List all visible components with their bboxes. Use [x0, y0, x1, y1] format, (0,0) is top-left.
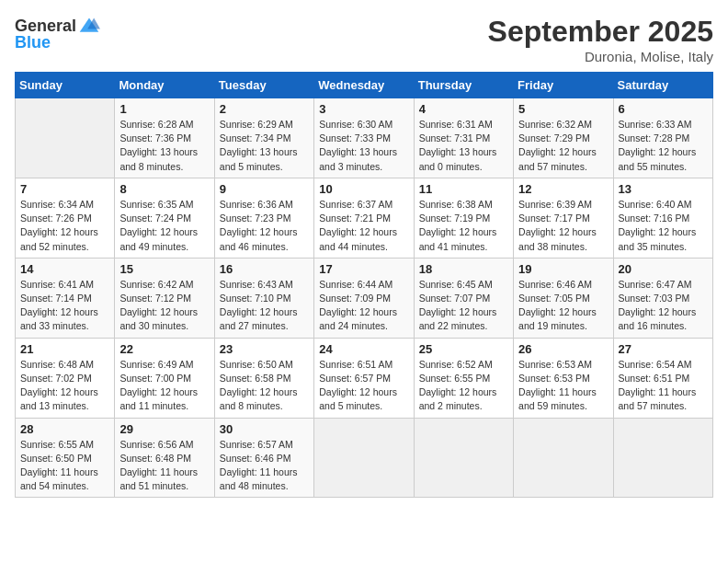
day-info: Sunrise: 6:43 AM Sunset: 7:10 PM Dayligh… — [220, 278, 309, 334]
calendar-cell: 21Sunrise: 6:48 AM Sunset: 7:02 PM Dayli… — [16, 338, 115, 418]
calendar-cell: 26Sunrise: 6:53 AM Sunset: 6:53 PM Dayli… — [514, 338, 613, 418]
day-info: Sunrise: 6:50 AM Sunset: 6:58 PM Dayligh… — [220, 358, 309, 414]
calendar-cell: 1Sunrise: 6:28 AM Sunset: 7:36 PM Daylig… — [115, 98, 214, 178]
calendar-cell: 28Sunrise: 6:55 AM Sunset: 6:50 PM Dayli… — [16, 418, 115, 498]
day-info: Sunrise: 6:37 AM Sunset: 7:21 PM Dayligh… — [319, 198, 408, 254]
day-info: Sunrise: 6:36 AM Sunset: 7:23 PM Dayligh… — [220, 198, 309, 254]
week-row-4: 21Sunrise: 6:48 AM Sunset: 7:02 PM Dayli… — [16, 338, 713, 418]
day-number: 23 — [220, 342, 309, 356]
day-number: 7 — [20, 182, 109, 196]
day-number: 29 — [119, 422, 209, 436]
day-number: 19 — [518, 262, 608, 276]
day-info: Sunrise: 6:35 AM Sunset: 7:24 PM Dayligh… — [119, 198, 209, 254]
day-info: Sunrise: 6:46 AM Sunset: 7:05 PM Dayligh… — [518, 278, 608, 334]
title-block: September 2025 Duronia, Molise, Italy — [488, 15, 713, 64]
day-header-monday: Monday — [115, 73, 214, 98]
day-info: Sunrise: 6:28 AM Sunset: 7:36 PM Dayligh… — [119, 118, 209, 174]
week-row-3: 14Sunrise: 6:41 AM Sunset: 7:14 PM Dayli… — [16, 258, 713, 338]
calendar-cell: 22Sunrise: 6:49 AM Sunset: 7:00 PM Dayli… — [115, 338, 214, 418]
day-info: Sunrise: 6:41 AM Sunset: 7:14 PM Dayligh… — [20, 278, 109, 334]
day-number: 10 — [319, 182, 408, 196]
day-number: 5 — [518, 102, 608, 116]
logo: General Blue — [15, 15, 100, 52]
day-number: 2 — [220, 102, 309, 116]
calendar-cell — [514, 418, 613, 498]
day-number: 21 — [20, 342, 109, 356]
day-info: Sunrise: 6:31 AM Sunset: 7:31 PM Dayligh… — [419, 118, 508, 174]
calendar-cell: 13Sunrise: 6:40 AM Sunset: 7:16 PM Dayli… — [613, 178, 712, 258]
day-info: Sunrise: 6:52 AM Sunset: 6:55 PM Dayligh… — [419, 358, 508, 414]
day-header-wednesday: Wednesday — [314, 73, 414, 98]
day-header-sunday: Sunday — [16, 73, 115, 98]
calendar-cell: 2Sunrise: 6:29 AM Sunset: 7:34 PM Daylig… — [214, 98, 313, 178]
day-number: 24 — [319, 342, 408, 356]
calendar-cell: 6Sunrise: 6:33 AM Sunset: 7:28 PM Daylig… — [613, 98, 712, 178]
day-number: 14 — [20, 262, 109, 276]
day-number: 11 — [419, 182, 508, 196]
month-title: September 2025 — [488, 15, 713, 49]
calendar-cell: 4Sunrise: 6:31 AM Sunset: 7:31 PM Daylig… — [414, 98, 513, 178]
logo-icon — [78, 15, 100, 37]
calendar-cell: 5Sunrise: 6:32 AM Sunset: 7:29 PM Daylig… — [514, 98, 613, 178]
day-info: Sunrise: 6:32 AM Sunset: 7:29 PM Dayligh… — [518, 118, 608, 174]
calendar-cell: 9Sunrise: 6:36 AM Sunset: 7:23 PM Daylig… — [214, 178, 313, 258]
day-info: Sunrise: 6:55 AM Sunset: 6:50 PM Dayligh… — [20, 438, 109, 494]
day-info: Sunrise: 6:57 AM Sunset: 6:46 PM Dayligh… — [220, 438, 309, 494]
day-info: Sunrise: 6:29 AM Sunset: 7:34 PM Dayligh… — [220, 118, 309, 174]
calendar-cell: 23Sunrise: 6:50 AM Sunset: 6:58 PM Dayli… — [214, 338, 313, 418]
day-info: Sunrise: 6:33 AM Sunset: 7:28 PM Dayligh… — [619, 118, 708, 174]
calendar-cell: 30Sunrise: 6:57 AM Sunset: 6:46 PM Dayli… — [214, 418, 313, 498]
calendar-cell: 18Sunrise: 6:45 AM Sunset: 7:07 PM Dayli… — [414, 258, 513, 338]
calendar-cell: 29Sunrise: 6:56 AM Sunset: 6:48 PM Dayli… — [115, 418, 214, 498]
calendar-cell: 16Sunrise: 6:43 AM Sunset: 7:10 PM Dayli… — [214, 258, 313, 338]
calendar-cell: 12Sunrise: 6:39 AM Sunset: 7:17 PM Dayli… — [514, 178, 613, 258]
day-number: 27 — [619, 342, 708, 356]
calendar-cell: 25Sunrise: 6:52 AM Sunset: 6:55 PM Dayli… — [414, 338, 513, 418]
day-number: 3 — [319, 102, 408, 116]
day-number: 12 — [518, 182, 608, 196]
calendar-cell: 19Sunrise: 6:46 AM Sunset: 7:05 PM Dayli… — [514, 258, 613, 338]
day-info: Sunrise: 6:48 AM Sunset: 7:02 PM Dayligh… — [20, 358, 109, 414]
calendar-cell: 11Sunrise: 6:38 AM Sunset: 7:19 PM Dayli… — [414, 178, 513, 258]
day-number: 18 — [419, 262, 508, 276]
week-row-5: 28Sunrise: 6:55 AM Sunset: 6:50 PM Dayli… — [16, 418, 713, 498]
day-number: 30 — [220, 422, 309, 436]
location-subtitle: Duronia, Molise, Italy — [488, 49, 713, 64]
day-header-thursday: Thursday — [414, 73, 513, 98]
day-number: 26 — [518, 342, 608, 356]
calendar-cell: 3Sunrise: 6:30 AM Sunset: 7:33 PM Daylig… — [314, 98, 414, 178]
day-number: 25 — [419, 342, 508, 356]
calendar-cell: 7Sunrise: 6:34 AM Sunset: 7:26 PM Daylig… — [16, 178, 115, 258]
day-info: Sunrise: 6:30 AM Sunset: 7:33 PM Dayligh… — [319, 118, 408, 174]
day-header-friday: Friday — [514, 73, 613, 98]
day-number: 15 — [119, 262, 209, 276]
page-header: General Blue September 2025 Duronia, Mol… — [15, 15, 713, 64]
day-info: Sunrise: 6:47 AM Sunset: 7:03 PM Dayligh… — [619, 278, 708, 334]
day-info: Sunrise: 6:53 AM Sunset: 6:53 PM Dayligh… — [518, 358, 608, 414]
calendar-cell — [613, 418, 712, 498]
day-header-tuesday: Tuesday — [214, 73, 313, 98]
day-number: 16 — [220, 262, 309, 276]
day-number: 6 — [619, 102, 708, 116]
day-number: 22 — [119, 342, 209, 356]
day-info: Sunrise: 6:44 AM Sunset: 7:09 PM Dayligh… — [319, 278, 408, 334]
days-header-row: SundayMondayTuesdayWednesdayThursdayFrid… — [16, 73, 713, 98]
day-number: 20 — [619, 262, 708, 276]
day-info: Sunrise: 6:51 AM Sunset: 6:57 PM Dayligh… — [319, 358, 408, 414]
calendar-cell: 24Sunrise: 6:51 AM Sunset: 6:57 PM Dayli… — [314, 338, 414, 418]
day-number: 17 — [319, 262, 408, 276]
day-info: Sunrise: 6:40 AM Sunset: 7:16 PM Dayligh… — [619, 198, 708, 254]
day-number: 8 — [119, 182, 209, 196]
day-info: Sunrise: 6:49 AM Sunset: 7:00 PM Dayligh… — [119, 358, 209, 414]
day-info: Sunrise: 6:38 AM Sunset: 7:19 PM Dayligh… — [419, 198, 508, 254]
calendar-cell: 10Sunrise: 6:37 AM Sunset: 7:21 PM Dayli… — [314, 178, 414, 258]
calendar-cell: 17Sunrise: 6:44 AM Sunset: 7:09 PM Dayli… — [314, 258, 414, 338]
logo-blue: Blue — [15, 33, 51, 52]
week-row-2: 7Sunrise: 6:34 AM Sunset: 7:26 PM Daylig… — [16, 178, 713, 258]
day-info: Sunrise: 6:39 AM Sunset: 7:17 PM Dayligh… — [518, 198, 608, 254]
calendar-cell — [314, 418, 414, 498]
day-info: Sunrise: 6:34 AM Sunset: 7:26 PM Dayligh… — [20, 198, 109, 254]
day-info: Sunrise: 6:54 AM Sunset: 6:51 PM Dayligh… — [619, 358, 708, 414]
day-info: Sunrise: 6:56 AM Sunset: 6:48 PM Dayligh… — [119, 438, 209, 494]
week-row-1: 1Sunrise: 6:28 AM Sunset: 7:36 PM Daylig… — [16, 98, 713, 178]
